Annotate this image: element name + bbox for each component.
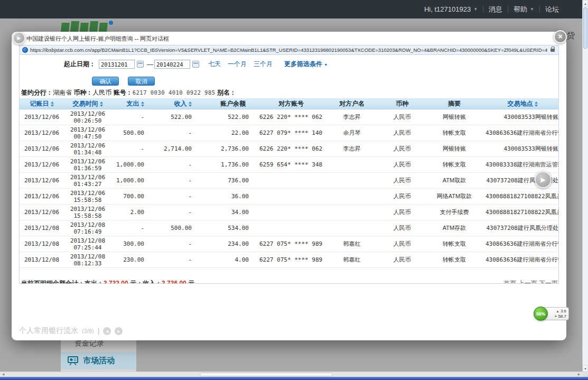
cell-balance: 534.00 — [207, 220, 259, 236]
confirm-button[interactable]: 确认 — [92, 77, 119, 86]
table-row: 2013/12/082013/12/0807:25:44300.00-234.0… — [20, 236, 559, 252]
account-number-value: 6217 0030 4010 0922 985 — [133, 89, 216, 96]
cell-place: 430863636建行湖南省分行营业 — [486, 236, 559, 252]
horizontal-scroll-thumb[interactable] — [200, 373, 333, 376]
sidebar-item-market-activity[interactable]: 市场活动 — [61, 352, 136, 369]
cell-memo: 转帐支取 — [423, 236, 486, 252]
play-arrow-icon[interactable]: ▶ — [13, 32, 25, 44]
cell-in: 2,714.00 — [159, 141, 207, 157]
cell-time: 2013/12/0601:34:48 — [64, 141, 111, 157]
cell-place: 430083533网银转账 — [486, 141, 559, 157]
sort-icon — [51, 101, 54, 107]
table-row: 2013/12/062013/12/0600:47:50500.00-22.00… — [20, 125, 559, 141]
cell-memo: 网银转账 — [423, 109, 486, 125]
cell-time: 2013/12/0615:58:58 — [64, 189, 111, 205]
cell-party-name — [323, 157, 381, 173]
vertical-scrollbar[interactable]: ▲ ▼ — [582, 0, 588, 372]
cell-place: 430083338建行湖南营运管理部 — [486, 157, 559, 173]
cell-out: - — [111, 109, 159, 125]
cell-in: - — [159, 173, 207, 189]
scroll-right-arrow[interactable]: ▶ — [576, 372, 582, 377]
alias-label: 别名： — [217, 89, 236, 96]
in-total: 3,736.00 — [162, 280, 186, 284]
cell-memo: 转帐支取 — [423, 125, 486, 141]
cell-out: - — [111, 220, 159, 236]
cell-balance: 522.00 — [207, 109, 259, 125]
cell-currency: 人民币 — [381, 141, 423, 157]
cell-party-account — [259, 189, 323, 205]
cell-party-name: 李志昇 — [323, 109, 381, 125]
horizontal-scrollbar[interactable]: ◀ ▶ — [0, 372, 582, 377]
cell-in: - — [159, 252, 207, 268]
cell-party-account: 6226 220* **** 0620 — [259, 109, 323, 125]
table-row: 2013/12/062013/12/0601:36:591,000.00-1,7… — [20, 157, 559, 173]
cell-out: 500.00 — [111, 125, 159, 141]
cell-time: 2013/12/0601:43:27 — [64, 173, 111, 189]
chevron-down-icon: ▼ — [530, 7, 534, 12]
column-header[interactable]: 交易地点 — [486, 99, 559, 109]
forum-link[interactable]: 论坛 — [545, 5, 559, 14]
quick-range-7days[interactable]: 七天 — [208, 60, 221, 69]
more-filters-label: 更多筛选条件 — [284, 60, 322, 68]
sort-icon — [189, 101, 192, 107]
date-range-label: 起止日期： — [64, 60, 96, 69]
column-header[interactable]: 收入 — [159, 99, 207, 109]
cell-in: - — [159, 157, 207, 173]
pagination[interactable]: 首页 上一页 下一页 — [503, 279, 558, 284]
summary-prefix: 当前页明细金额合计：支出： — [21, 280, 104, 284]
scroll-down-arrow[interactable]: ▼ — [583, 365, 588, 372]
caption-separator: | — [98, 327, 100, 335]
divider — [483, 6, 483, 13]
scroll-up-arrow[interactable]: ▲ — [583, 0, 588, 6]
branch-label: 签约分行： — [21, 89, 53, 96]
next-image-button[interactable]: ▶ — [115, 327, 123, 335]
column-header[interactable]: 支出 — [111, 99, 159, 109]
cell-party-name — [323, 173, 381, 189]
divider — [508, 6, 508, 13]
account-info-line: 签约分行：湖南省 币种：人民币 账号：6217 0030 4010 0922 9… — [21, 88, 236, 97]
branch-value: 湖南省 — [53, 89, 72, 96]
cell-balance: 22.00 — [207, 125, 259, 141]
transactions-header-row: 记账日交易时间支出收入账户余额对方账号对方户名币种摘要交易地点 — [20, 99, 559, 109]
cell-in: - — [159, 236, 207, 252]
cell-party-name — [323, 220, 381, 236]
user-greeting[interactable]: Hi, t127101923 ▼ — [424, 5, 478, 13]
cell-place: 430863636建行湖南省分行营业 — [486, 125, 559, 141]
scroll-left-arrow[interactable]: ◀ — [0, 372, 6, 377]
table-row: 2013/12/062013/12/0615:58:58700.00-36.00… — [20, 189, 559, 205]
close-icon[interactable]: × — [554, 30, 567, 43]
calendar-icon[interactable] — [192, 61, 199, 68]
transactions-tbody: 2013/12/062013/12/0600:26:50-522.00522.0… — [20, 109, 559, 268]
quick-range-1month[interactable]: 一个月 — [228, 60, 247, 69]
browser-icon — [22, 47, 28, 53]
more-filters-link[interactable]: 更多筛选条件 ▼ — [284, 60, 328, 69]
prev-image-button[interactable]: ◀ — [103, 327, 111, 335]
cell-place: 430863636建行湖南省分行营业 — [486, 252, 559, 268]
column-header[interactable]: 交易时间 — [64, 99, 111, 109]
cell-currency: 人民币 — [381, 252, 423, 268]
help-menu[interactable]: 帮助 ▼ — [514, 5, 534, 14]
cell-date: 2013/12/08 — [20, 220, 64, 236]
cell-in: - — [159, 125, 207, 141]
cell-in: - — [159, 205, 207, 220]
cell-party-name: 韩嘉红 — [323, 252, 381, 268]
speed-widget[interactable]: 56% ▲ 3.6 + 58.7 — [534, 307, 569, 321]
column-header[interactable]: 记账日 — [20, 99, 64, 109]
calendar-icon[interactable] — [137, 61, 144, 68]
up-arrow-icon: ▲ — [556, 310, 559, 313]
plus-icon: + — [555, 314, 557, 319]
table-row: 2013/12/062013/12/0601:43:271,000.00-736… — [20, 173, 559, 189]
messages-link[interactable]: 消息 — [489, 5, 502, 14]
date-to-input[interactable] — [154, 60, 190, 69]
summary-suffix: 元 — [186, 280, 194, 284]
date-from-input[interactable] — [99, 60, 135, 69]
cell-currency: 人民币 — [381, 173, 423, 189]
quick-range-3months[interactable]: 三个月 — [254, 60, 273, 69]
vertical-scroll-thumb[interactable] — [583, 7, 587, 49]
range-dash: — — [147, 61, 153, 68]
cancel-button[interactable]: 取消 — [128, 77, 155, 86]
cell-balance: 1,736.00 — [207, 157, 259, 173]
page-summary-line: 当前页明细金额合计：支出：3,732.00 元；收入：3,736.00 元 首页… — [21, 279, 558, 284]
next-arrow-icon[interactable]: ▶ — [535, 171, 552, 188]
date-filter-row: 起止日期： — 七天 一个月 三个月 更多筛选条件 ▼ — [64, 60, 328, 69]
